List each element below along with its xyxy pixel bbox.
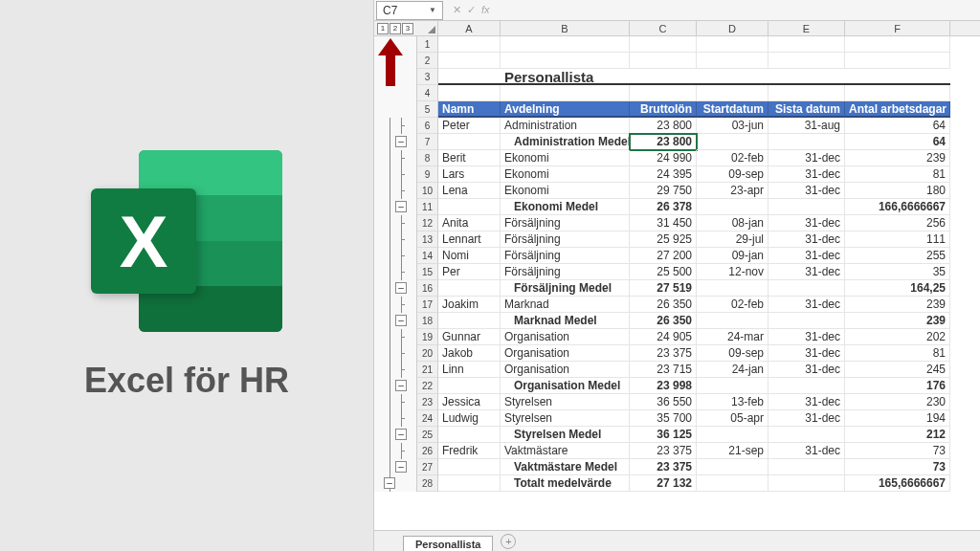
cell[interactable] [845,53,950,69]
cell[interactable]: 81 [845,166,950,183]
cell[interactable]: Vaktmästare Medel [501,459,630,475]
cell[interactable]: Linn [438,362,501,378]
cancel-icon[interactable]: ✕ [453,4,461,16]
row-header[interactable]: 4 [417,85,438,101]
add-sheet-button[interactable]: + [501,534,516,549]
row-header[interactable]: 9 [417,166,438,183]
cell[interactable]: Namn [438,101,501,118]
cell[interactable] [768,134,845,150]
row-header[interactable]: 16 [417,280,438,297]
cell[interactable] [768,427,845,443]
cell[interactable] [768,313,845,329]
cell[interactable] [438,69,501,85]
cell[interactable]: 35 [845,264,950,280]
cell[interactable]: 13-feb [697,394,768,410]
row-header[interactable]: 27 [417,459,438,475]
outline-level-2[interactable]: 2 [390,23,401,34]
cell[interactable]: 21-sep [697,443,768,459]
cell[interactable]: 31-dec [768,443,845,459]
cell[interactable]: 64 [845,134,950,150]
cell[interactable] [697,199,768,215]
col-header-e[interactable]: E [768,21,845,35]
cell[interactable]: 111 [845,231,950,248]
cell[interactable]: 31-dec [768,248,845,264]
outline-collapse[interactable]: – [395,201,407,212]
cell[interactable] [438,53,501,69]
cell[interactable]: Gunnar [438,329,501,345]
cell[interactable]: Ekonomi [501,166,630,183]
tab-personallista[interactable]: Personallista [403,536,493,551]
cell[interactable] [768,459,845,475]
row-header[interactable]: 25 [417,427,438,443]
cell[interactable]: Styrelsen [501,394,630,410]
cell[interactable]: Startdatum [697,101,768,118]
cell[interactable]: 25 500 [630,264,697,280]
cell[interactable] [438,475,501,492]
cell[interactable]: 239 [845,150,950,166]
cell[interactable]: 239 [845,297,950,313]
cell[interactable] [438,313,501,329]
outline-collapse[interactable]: – [395,282,407,294]
cell[interactable]: Styrelsen Medel [501,427,630,443]
cell[interactable]: Lena [438,183,501,199]
cell[interactable]: 23 998 [630,378,697,394]
row-header[interactable]: 21 [417,362,438,378]
cell[interactable]: 23 800 [630,134,697,150]
cell[interactable]: Administration [501,118,630,134]
cell[interactable] [438,36,501,53]
cell[interactable]: 29-jul [697,231,768,248]
cell[interactable]: Personallista [501,69,950,85]
cell[interactable] [697,459,768,475]
cell[interactable] [768,280,845,297]
cell[interactable]: 27 132 [630,475,697,492]
outline-level-1[interactable]: 1 [377,23,389,34]
cell[interactable] [438,199,501,215]
row-header[interactable]: 17 [417,297,438,313]
cell[interactable]: 09-jan [697,248,768,264]
cell[interactable]: 25 925 [630,231,697,248]
cell[interactable] [630,36,697,53]
cell[interactable]: 73 [845,443,950,459]
chevron-down-icon[interactable]: ▼ [429,6,436,14]
cell[interactable]: Joakim [438,297,501,313]
row-header[interactable]: 20 [417,345,438,362]
cell[interactable]: 36 125 [630,427,697,443]
col-header-c[interactable]: C [630,21,697,35]
row-header[interactable]: 8 [417,150,438,166]
cell[interactable] [438,134,501,150]
cell[interactable]: 02-feb [697,297,768,313]
cell[interactable]: 29 750 [630,183,697,199]
cell[interactable] [697,280,768,297]
cell[interactable]: 26 350 [630,297,697,313]
cell[interactable] [768,53,845,69]
cell[interactable]: Anita [438,215,501,231]
cell[interactable]: Försäljning Medel [501,280,630,297]
cell[interactable]: 64 [845,118,950,134]
cell[interactable]: 165,6666667 [845,475,950,492]
row-header[interactable]: 3 [417,69,438,85]
cell[interactable] [768,378,845,394]
cell[interactable]: Sista datum [768,101,845,118]
cell[interactable]: 202 [845,329,950,345]
cell[interactable]: 180 [845,183,950,199]
cell[interactable]: 03-jun [697,118,768,134]
cell[interactable]: Peter [438,118,501,134]
cell[interactable] [697,134,768,150]
cell[interactable]: Organisation [501,345,630,362]
cell[interactable]: 31-dec [768,394,845,410]
outline-collapse[interactable]: – [395,429,407,440]
cell[interactable]: 09-sep [697,166,768,183]
cell[interactable] [768,475,845,492]
cell[interactable]: Försäljning [501,215,630,231]
col-header-f[interactable]: F [845,21,950,35]
cell[interactable] [845,36,950,53]
row-header[interactable]: 19 [417,329,438,345]
cell[interactable]: 166,6666667 [845,199,950,215]
cell[interactable]: 31-aug [768,118,845,134]
cell[interactable]: 24 905 [630,329,697,345]
col-header-b[interactable]: B [501,21,630,35]
cell[interactable]: 194 [845,410,950,427]
cell[interactable]: Styrelsen [501,410,630,427]
row-header[interactable]: 1 [417,36,438,53]
cell[interactable]: Jessica [438,394,501,410]
